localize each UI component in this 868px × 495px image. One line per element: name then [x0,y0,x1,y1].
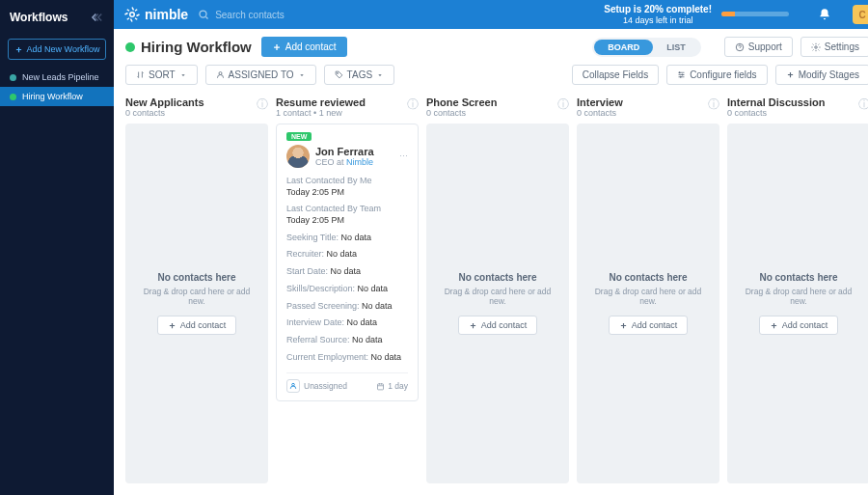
stage-title: Internal Discussion [727,96,825,108]
user-icon [286,379,300,393]
sidebar-title: Workflows [10,11,68,24]
svg-point-7 [682,74,683,75]
setup-banner[interactable]: Setup is 20% complete! 14 days left in t… [604,4,789,26]
contact-name: Jon Ferrara [315,146,374,157]
stage-help-icon[interactable]: ⓘ [257,96,268,113]
support-button[interactable]: Support [724,37,793,57]
stage-column: Phone Screen0 contactsⓘNo contacts hereD… [426,93,569,483]
card-age: 1 day [376,381,408,391]
card-more-icon[interactable]: ⋯ [399,151,408,161]
view-list-tab[interactable]: LIST [653,40,699,55]
stage-help-icon[interactable]: ⓘ [708,96,719,113]
workflow-title: Hiring Workflow [125,39,252,55]
add-workflow-button[interactable]: Add New Workflow [8,39,106,60]
svg-point-3 [815,45,818,48]
stage-empty[interactable]: No contacts hereDrag & drop card here or… [727,124,868,483]
status-dot-icon [125,42,135,52]
assigned-indicator[interactable]: Unassigned [286,379,347,393]
collapse-fields-button[interactable]: Collapse Fields [572,65,659,85]
contact-avatar [286,145,310,168]
stage-column: Resume reviewed1 contact • 1 newⓘNEWJon … [276,93,419,483]
notifications-icon[interactable] [818,8,831,21]
user-avatar[interactable]: C [853,5,868,24]
stage-subtitle: 0 contacts [125,108,204,118]
tags-filter[interactable]: TAGS [324,65,394,85]
contact-card[interactable]: NEWJon FerraraCEO at Nimble⋯Last Contact… [276,124,419,401]
svg-point-2 [736,43,744,51]
stage-column: New Applicants0 contactsⓘNo contacts her… [125,93,268,483]
sort-filter[interactable]: SORT [125,65,198,85]
stage-column: Internal Discussion0 contactsⓘNo contact… [727,93,868,483]
stage-add-contact-button[interactable]: Add contact [458,316,538,335]
svg-point-5 [337,72,338,73]
svg-rect-10 [378,384,384,390]
stage-add-contact-button[interactable]: Add contact [157,316,237,335]
sidebar: Workflows Add New Workflow New Leads Pip… [0,0,114,495]
company-link[interactable]: Nimble [346,157,373,167]
search-input[interactable]: Search contacts [198,9,362,20]
add-contact-button[interactable]: Add contact [261,37,347,57]
brand-logo[interactable]: nimble [123,6,188,23]
view-toggle: BOARD LIST [592,38,701,57]
settings-button[interactable]: Settings [800,37,868,57]
calendar-icon [376,382,385,391]
new-badge: NEW [286,132,312,141]
workflow-dot-icon [10,74,16,81]
collapse-sidebar-icon[interactable] [87,8,106,27]
kanban-board: New Applicants0 contactsⓘNo contacts her… [114,93,868,495]
stage-help-icon[interactable]: ⓘ [557,96,569,113]
svg-point-1 [200,11,206,17]
stage-title: Interview [577,96,623,108]
stage-title: Resume reviewed [276,96,366,108]
setup-progress [721,12,789,16]
topbar: nimble Search contacts Setup is 20% comp… [114,0,868,29]
stage-empty[interactable]: No contacts hereDrag & drop card here or… [577,124,719,483]
svg-point-8 [680,76,681,77]
configure-fields-button[interactable]: Configure fields [666,65,767,85]
stage-subtitle: 0 contacts [727,108,825,118]
sidebar-item-new-leads-pipeline[interactable]: New Leads Pipeline [0,68,114,87]
stage-title: New Applicants [125,96,204,108]
svg-point-0 [130,13,135,17]
stage-subtitle: 0 contacts [577,108,623,118]
stage-help-icon[interactable]: ⓘ [407,96,419,113]
sidebar-item-hiring-workflow[interactable]: Hiring Workflow [0,87,114,106]
svg-point-6 [679,72,680,73]
assigned-filter[interactable]: ASSIGNED TO [205,65,316,85]
view-board-tab[interactable]: BOARD [594,40,653,55]
svg-point-4 [219,72,222,75]
stage-add-contact-button[interactable]: Add contact [609,316,689,335]
stage-empty[interactable]: No contacts hereDrag & drop card here or… [125,124,268,483]
main: nimble Search contacts Setup is 20% comp… [114,0,868,495]
stage-subtitle: 1 contact • 1 new [276,108,366,118]
stage-column: Interview0 contactsⓘNo contacts hereDrag… [577,93,719,483]
contact-role: CEO at Nimble [315,157,374,167]
stage-empty[interactable]: No contacts hereDrag & drop card here or… [426,124,569,483]
stage-title: Phone Screen [426,96,497,108]
stage-help-icon[interactable]: ⓘ [858,96,868,113]
workflow-dot-icon [10,94,16,100]
stage-add-contact-button[interactable]: Add contact [759,316,839,335]
modify-stages-button[interactable]: Modify Stages [775,65,868,85]
stage-subtitle: 0 contacts [426,108,497,118]
